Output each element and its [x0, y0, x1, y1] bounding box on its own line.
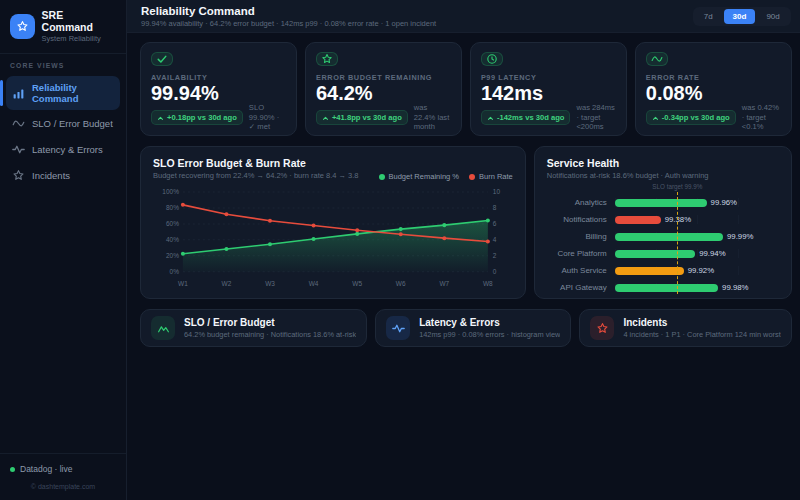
sidebar-footer: Datadog · live © dashtemplate.com [0, 453, 126, 500]
svg-text:W3: W3 [265, 280, 275, 287]
star-icon [590, 316, 614, 340]
page-header: Reliability Command 99.94% availability … [127, 0, 800, 33]
service-row-notifications: Notifications99.38% [547, 211, 779, 228]
shortcut-card-slo-error-budget[interactable]: SLO / Error Budget64.2% budget remaining… [140, 309, 367, 347]
svg-text:0: 0 [493, 268, 497, 275]
wave-icon [12, 117, 25, 130]
app-subtitle: System Reliability [42, 34, 116, 43]
svg-text:100%: 100% [162, 188, 179, 195]
copyright: © dashtemplate.com [10, 483, 116, 490]
burn-rate-panel: SLO Error Budget & Burn Rate Budget reco… [140, 146, 526, 299]
quick-links-row: SLO / Error Budget64.2% budget remaining… [140, 309, 792, 347]
shortcut-card-incidents[interactable]: Incidents4 incidents · 1 P1 · Core Platf… [579, 309, 791, 347]
kpi-trend-badge: +41.8pp vs 30d ago [316, 110, 408, 125]
service-health-title: Service Health [547, 157, 779, 169]
range-button-90d[interactable]: 90d [757, 9, 788, 24]
sidebar-item-label: Incidents [32, 170, 70, 181]
mountain-icon [151, 316, 175, 340]
kpi-label: AVAILABILITY [151, 73, 286, 82]
service-availability-value: 99.94% [699, 249, 725, 258]
service-row-api-gateway: API Gateway99.98% [547, 279, 779, 296]
burn-rate-chart: 0%20%40%60%80%100%0246810W1W2W3W4W5W6W7W… [153, 188, 513, 290]
svg-text:4: 4 [493, 236, 497, 243]
kpi-trend-badge: -0.34pp vs 30d ago [646, 110, 736, 125]
service-health-chart: Analytics99.96%Notifications99.38%Billin… [547, 194, 779, 296]
kpi-row: AVAILABILITY99.94%+0.18pp vs 30d agoSLO … [140, 42, 792, 136]
live-status-dot [10, 467, 15, 472]
svg-text:W8: W8 [483, 280, 493, 287]
page-subtitle: 99.94% availability · 64.2% error budget… [141, 19, 436, 28]
svg-text:W7: W7 [439, 280, 449, 287]
svg-text:0%: 0% [170, 268, 180, 275]
service-label: Auth Service [547, 266, 615, 275]
svg-text:8: 8 [493, 204, 497, 211]
app-logo: SRE Command System Reliability [0, 0, 126, 53]
legend-item-burn-rate[interactable]: Burn Rate [469, 172, 513, 181]
kpi-trend-badge: -142ms vs 30d ago [481, 110, 571, 125]
svg-text:80%: 80% [166, 204, 179, 211]
sidebar-item-incidents[interactable]: Incidents [6, 163, 120, 188]
app-logo-star-icon [10, 14, 35, 39]
datasource-status: Datadog · live [10, 464, 116, 474]
legend-dot [379, 174, 385, 180]
kpi-value: 142ms [481, 83, 616, 104]
kpi-label: ERROR BUDGET REMAINING [316, 73, 451, 82]
svg-text:10: 10 [493, 188, 501, 195]
service-row-auth-service: Auth Service99.92% [547, 262, 779, 279]
sidebar-item-reliability-command[interactable]: Reliability Command [6, 76, 120, 110]
service-row-analytics: Analytics99.96% [547, 194, 779, 211]
legend-dot [469, 174, 475, 180]
check-icon [151, 52, 173, 66]
shortcut-title: Incidents [623, 317, 780, 328]
pulse-icon [386, 316, 410, 340]
chevron-up-icon [487, 114, 494, 122]
service-row-billing: Billing99.99% [547, 228, 779, 245]
service-label: Core Platform [547, 249, 615, 258]
time-range-switcher: 7d30d90d [693, 7, 791, 26]
shortcut-title: SLO / Error Budget [184, 317, 356, 328]
kpi-note: SLO 99.90% · ✓ met [249, 103, 286, 131]
clock-icon [481, 52, 503, 66]
svg-text:20%: 20% [166, 252, 179, 259]
sidebar-item-label: Latency & Errors [32, 144, 103, 155]
burn-rate-panel-title: SLO Error Budget & Burn Rate [153, 157, 513, 169]
legend-item-budget-remaining[interactable]: Budget Remaining % [379, 172, 459, 181]
kpi-trend-badge: +0.18pp vs 30d ago [151, 110, 243, 125]
sidebar: SRE Command System Reliability CORE VIEW… [0, 0, 127, 500]
charts-row: SLO Error Budget & Burn Rate Budget reco… [140, 146, 792, 299]
svg-text:W1: W1 [178, 280, 188, 287]
chevron-up-icon [157, 114, 164, 122]
service-availability-value: 99.92% [688, 266, 714, 275]
kpi-note: was 284ms · target <200ms [576, 103, 615, 131]
sidebar-section-label: CORE VIEWS [0, 62, 126, 75]
datasource-status-label: Datadog · live [20, 464, 72, 474]
service-availability-bar [615, 199, 707, 207]
shortcut-subtitle: 64.2% budget remaining · Notifications 1… [184, 330, 356, 339]
kpi-card-error-rate: ERROR RATE0.08%-0.34pp vs 30d agowas 0.4… [635, 42, 792, 136]
service-label: API Gateway [547, 283, 615, 292]
sidebar-item-label: Reliability Command [32, 82, 114, 104]
sidebar-item-latency-errors[interactable]: Latency & Errors [6, 137, 120, 162]
shortcut-card-latency-errors[interactable]: Latency & Errors142ms p99 · 0.08% errors… [375, 309, 571, 347]
kpi-note: was 22.4% last month [414, 103, 451, 131]
service-row-core-platform: Core Platform99.94% [547, 245, 779, 262]
service-availability-bar [615, 267, 684, 275]
range-button-30d[interactable]: 30d [724, 9, 756, 24]
range-button-7d[interactable]: 7d [695, 9, 722, 24]
service-availability-bar [615, 216, 661, 224]
page-title: Reliability Command [141, 5, 436, 17]
svg-text:6: 6 [493, 220, 497, 227]
bar-chart-icon [12, 87, 25, 100]
pulse-icon [12, 143, 25, 156]
kpi-card-error-budget-remaining: ERROR BUDGET REMAINING64.2%+41.8pp vs 30… [305, 42, 462, 136]
service-availability-bar [615, 233, 723, 241]
kpi-note: was 0.42% · target <0.1% [742, 103, 781, 131]
sidebar-item-slo-error-budget[interactable]: SLO / Error Budget [6, 111, 120, 136]
chevron-up-icon [652, 114, 659, 122]
sidebar-nav: Reliability CommandSLO / Error BudgetLat… [0, 75, 126, 189]
star-icon [12, 169, 25, 182]
service-health-subtitle: Notifications at-risk 18.6% budget · Aut… [547, 171, 779, 180]
chevron-up-icon [322, 114, 329, 122]
svg-text:2: 2 [493, 252, 497, 259]
slo-target-line [677, 192, 678, 294]
